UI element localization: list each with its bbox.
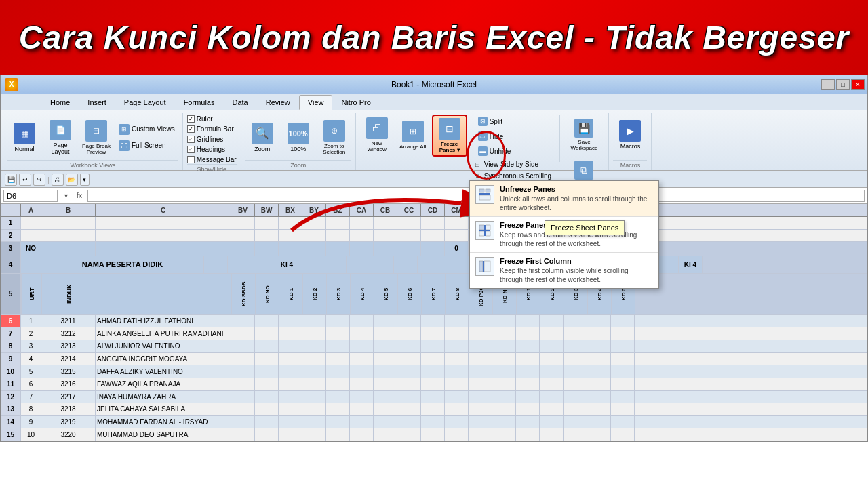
cell[interactable]	[41, 217, 96, 229]
header-kd7[interactable]: KD 7	[421, 274, 445, 314]
cell[interactable]	[96, 217, 231, 229]
page-break-button[interactable]: ⊟ Page Break Preview	[79, 117, 113, 158]
tab-data[interactable]: Data	[223, 95, 256, 110]
tab-nitro-pro[interactable]: Nitro Pro	[332, 95, 379, 110]
unhide-icon: ▬	[478, 146, 488, 156]
tab-view[interactable]: View	[299, 95, 333, 110]
title-bar: X Book1 - Microsoft Excel ─ □ ✕	[1, 75, 867, 94]
synchronous-scrolling-button[interactable]: Synchronous Scrolling	[481, 171, 555, 181]
print-button[interactable]: 🖨	[52, 174, 64, 186]
table-row: 10 5 3215 DAFFA ALZIKY VALENTINO	[1, 365, 867, 378]
svg-rect-10	[479, 261, 483, 272]
freeze-first-column-item[interactable]: Freeze First Column Keep the first colum…	[470, 253, 658, 288]
name-box[interactable]: D6	[3, 190, 58, 202]
new-window-icon: 🗗	[366, 117, 388, 139]
ruler-checkbox-row[interactable]: ✓ Ruler	[187, 115, 237, 123]
page-layout-button[interactable]: 📄 Page Layout	[43, 117, 77, 158]
table-row: 13 8 3218 JELITA CAHAYA SALSABILA	[1, 403, 867, 416]
table-row: 14 9 3219 MOHAMMAD FARDAN AL - IRSYAD	[1, 416, 867, 429]
freeze-first-column-icon	[475, 257, 494, 276]
zoom-button[interactable]: 🔍 Zoom	[245, 117, 279, 158]
header-kd3[interactable]: KD 3	[326, 274, 350, 314]
formula-bar-checkbox-row[interactable]: ✓ Formula Bar	[187, 125, 237, 134]
header-kd-no[interactable]: KD NO	[255, 274, 279, 314]
tab-formulas[interactable]: Formulas	[175, 95, 224, 110]
cell-name[interactable]: AHMAD FATIH IZZUL FATHONI	[96, 315, 231, 327]
open-button[interactable]: 📂	[66, 174, 78, 186]
svg-rect-3	[479, 195, 490, 200]
ribbon: ▦ Normal 📄 Page Layout ⊟ Page Break Prev…	[1, 110, 867, 171]
message-bar-checkbox[interactable]	[187, 156, 195, 163]
normal-button[interactable]: ▦ Normal	[7, 117, 41, 158]
qa-dropdown[interactable]: ▾	[80, 174, 90, 186]
freeze-panes-menu-icon	[475, 221, 494, 240]
split-button[interactable]: ⊠ Split	[475, 115, 506, 128]
row-number: 3	[1, 242, 21, 255]
full-screen-button[interactable]: ⛶ Full Screen	[115, 138, 178, 153]
header-kd2[interactable]: KD 2	[302, 274, 326, 314]
zoom-label: Zoom	[245, 160, 351, 169]
close-button[interactable]: ✕	[851, 79, 865, 90]
cell-urt[interactable]: 1	[21, 315, 41, 327]
undo-button[interactable]: ↩	[19, 174, 31, 186]
freeze-panes-button[interactable]: ⊟ Freeze Panes ▾	[432, 115, 467, 157]
save-qa-button[interactable]: 💾	[5, 174, 17, 186]
restore-button[interactable]: □	[836, 79, 850, 90]
gridlines-checkbox-row[interactable]: ✓ Gridlines	[187, 135, 237, 144]
message-bar-checkbox-row[interactable]: Message Bar	[187, 155, 237, 164]
freeze-panes-item[interactable]: Freeze Panes Keep rows and columns visib…	[470, 217, 658, 253]
formula-fx-button[interactable]: fx	[74, 190, 85, 201]
freeze-first-column-text: Freeze First Column Keep the first colum…	[500, 257, 653, 284]
col-cb: CB	[374, 204, 397, 216]
header-kd5[interactable]: KD 5	[374, 274, 397, 314]
table-row: 8 3 3213 ALWI JUNIOR VALENTINO	[1, 340, 867, 353]
tab-page-layout[interactable]: Page Layout	[115, 95, 175, 110]
tab-insert[interactable]: Insert	[79, 95, 115, 110]
custom-views-button[interactable]: ⊞ Custom Views	[115, 122, 178, 137]
headings-checkbox[interactable]: ✓	[187, 146, 195, 153]
svg-rect-4	[479, 225, 484, 230]
arrange-button[interactable]: ⊞ Arrange All	[396, 115, 430, 155]
zoom-icon: 🔍	[252, 123, 273, 144]
zoom-100-button[interactable]: 100% 100%	[281, 117, 315, 158]
unfreeze-panes-item[interactable]: Unfreeze Panes Unlock all rows and colum…	[470, 181, 658, 217]
header-kd-sbdb[interactable]: KD SBDB	[231, 274, 255, 314]
cell-induk[interactable]: 3211	[41, 315, 96, 327]
header-nama-peserta[interactable]: NAMA PESERTA DIDIK	[41, 256, 204, 273]
name-box-dropdown[interactable]: ▾	[60, 190, 71, 201]
macros-label: Macros	[613, 160, 647, 169]
header-cell[interactable]	[41, 242, 96, 255]
header-kd1[interactable]: KD 1	[279, 274, 302, 314]
header-urt[interactable]: URT	[21, 274, 41, 314]
gridlines-checkbox[interactable]: ✓	[187, 136, 195, 143]
header-induk[interactable]: INDUK	[41, 274, 96, 314]
arrange-icon: ⊞	[402, 121, 424, 142]
hide-button[interactable]: ▭ Hide	[475, 129, 507, 143]
header-kd8[interactable]: KD 8	[445, 274, 469, 314]
zoom-100-icon: 100%	[288, 123, 309, 144]
header-cell[interactable]	[96, 242, 231, 255]
tab-home[interactable]: Home	[41, 95, 79, 110]
table-row: 9 4 3214 ANGGITA INGGRIT MOGAYA	[1, 353, 867, 366]
header-kd4[interactable]: KD 4	[350, 274, 374, 314]
header-empty[interactable]	[96, 274, 231, 314]
zoom-selection-button[interactable]: ⊕ Zoom to Selection	[317, 117, 351, 158]
view-side-by-side-button[interactable]: View Side by Side	[481, 159, 541, 169]
new-window-button[interactable]: 🗗 New Window	[360, 115, 394, 155]
header-kd6[interactable]: KD 6	[397, 274, 421, 314]
minimize-button[interactable]: ─	[821, 79, 835, 90]
cell[interactable]	[21, 217, 41, 229]
macros-button[interactable]: ▶ Macros	[613, 115, 647, 155]
cell[interactable]	[231, 217, 255, 229]
ruler-checkbox[interactable]: ✓	[187, 115, 195, 123]
formula-bar-checkbox[interactable]: ✓	[187, 125, 195, 133]
redo-button[interactable]: ↪	[33, 174, 45, 186]
header-cell[interactable]	[21, 256, 41, 273]
unhide-button[interactable]: ▬ Unhide	[475, 144, 515, 158]
tab-review[interactable]: Review	[257, 95, 299, 110]
headings-checkbox-row[interactable]: ✓ Headings	[187, 145, 237, 154]
col-bv: BV	[231, 204, 255, 216]
header-cell-no[interactable]: NO	[21, 242, 41, 255]
table-row: 11 6 3216 FAWWAZ AQILA PRANAJA	[1, 378, 867, 391]
save-workspace-button[interactable]: 💾 Save Workspace	[564, 115, 604, 155]
